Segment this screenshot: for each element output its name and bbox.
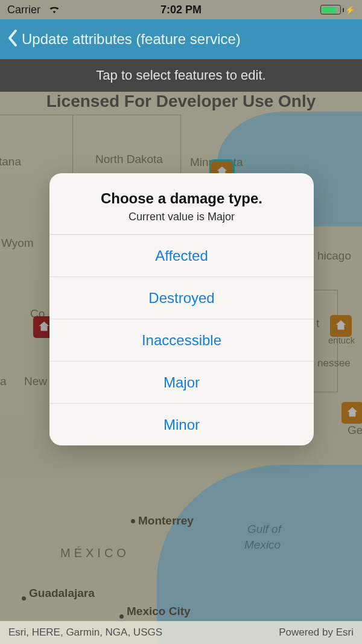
- charging-icon: ⚡: [345, 5, 355, 14]
- alert-subtitle: Current value is Major: [64, 211, 299, 223]
- navigation-bar: Update attributes (feature service): [0, 19, 362, 59]
- attribution-left: Esri, HERE, Garmin, NGA, USGS: [8, 626, 162, 639]
- alert-option-minor[interactable]: Minor: [49, 403, 314, 445]
- page-title: Update attributes (feature service): [22, 31, 241, 48]
- alert-title: Choose a damage type.: [64, 190, 299, 207]
- alert-option-inaccessible[interactable]: Inaccessible: [49, 319, 314, 361]
- map-attribution-bar: Esri, HERE, Garmin, NGA, USGS Powered by…: [0, 621, 362, 644]
- battery-indicator: ⚡: [320, 5, 355, 14]
- status-bar: Carrier 7:02 PM ⚡: [0, 0, 362, 19]
- attribution-right: Powered by Esri: [279, 626, 354, 639]
- alert-header: Choose a damage type. Current value is M…: [49, 173, 314, 234]
- alert-option-affected[interactable]: Affected: [49, 234, 314, 276]
- developer-watermark: Licensed For Developer Use Only: [0, 92, 362, 111]
- alert-option-major[interactable]: Major: [49, 361, 314, 403]
- damage-type-alert: Choose a damage type. Current value is M…: [49, 173, 314, 445]
- wifi-icon: [48, 4, 60, 16]
- carrier-text: Carrier: [7, 4, 40, 16]
- alert-option-destroyed[interactable]: Destroyed: [49, 276, 314, 319]
- instruction-banner: Tap to select features to edit.: [0, 59, 362, 92]
- instruction-text: Tap to select features to edit.: [96, 68, 265, 83]
- carrier-label: Carrier: [7, 4, 60, 16]
- back-button[interactable]: [7, 29, 18, 50]
- clock: 7:02 PM: [160, 4, 202, 16]
